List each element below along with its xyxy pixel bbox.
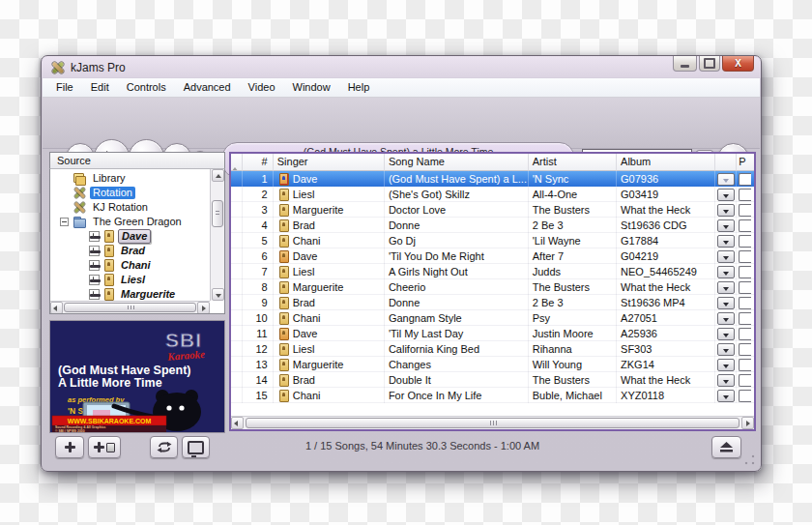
table-horizontal-scrollbar[interactable] (231, 416, 754, 429)
table-row[interactable]: 10ChaniGangnam StylePsyA27051 (231, 310, 754, 326)
column-header-actions[interactable] (715, 154, 737, 171)
title-bar[interactable]: kJams Pro X (42, 56, 761, 78)
row-dropdown-button[interactable] (717, 219, 735, 232)
row-dropdown-button[interactable] (717, 189, 735, 201)
row-dropdown-button[interactable] (717, 250, 735, 263)
row-dropdown-button[interactable] (717, 266, 735, 278)
table-row[interactable]: 15ChaniFor Once In My LifeBuble, Michael… (231, 388, 754, 403)
sidebar-item-liesl[interactable]: Liesl (50, 273, 210, 287)
sidebar-item-brad[interactable]: Brad (50, 244, 210, 258)
table-row[interactable]: 2Liesl(She's Got) SkillzAll-4-OneG03419 (231, 187, 754, 202)
sidebar-item-library[interactable]: Library (50, 171, 210, 186)
table-row[interactable]: 7LieslA Girls Night OutJuddsNEO_54465249 (231, 264, 754, 279)
expand-icon[interactable] (89, 246, 100, 256)
row-dropdown-button[interactable] (717, 312, 735, 325)
singer-card-icon (278, 359, 289, 370)
row-dropdown-button[interactable] (717, 204, 735, 217)
row-dropdown-button[interactable] (717, 297, 735, 309)
header-gutter[interactable] (231, 154, 243, 171)
sidebar-item-marguerite[interactable]: Marguerite (50, 287, 210, 301)
menu-edit[interactable]: Edit (82, 78, 118, 97)
table-row[interactable]: 5ChaniGo Dj'Lil WayneG17884 (231, 233, 754, 248)
expand-icon[interactable] (89, 260, 100, 271)
expand-icon[interactable] (89, 289, 100, 300)
row-p-button[interactable] (739, 343, 751, 356)
menu-help[interactable]: Help (339, 78, 379, 97)
tree-vertical-scrollbar[interactable] (210, 169, 224, 301)
menu-video[interactable]: Video (240, 78, 284, 97)
tree-vscroll-thumb[interactable] (212, 200, 223, 227)
column-header-artist[interactable]: Artist (529, 154, 617, 171)
scroll-left-icon[interactable] (231, 417, 244, 429)
table-row[interactable]: 9BradDonne2 Be 3St19636 MP4 (231, 295, 754, 310)
column-header-singer[interactable]: Singer (274, 154, 385, 171)
table-row[interactable]: 1Dave(God Must Have Spent) a L...'N Sync… (231, 171, 754, 187)
row-gutter (231, 218, 243, 233)
scroll-down-icon[interactable] (212, 288, 224, 301)
row-p-button[interactable] (739, 297, 751, 309)
scroll-up-icon[interactable] (212, 169, 224, 182)
row-dropdown-button[interactable] (717, 390, 735, 402)
row-dropdown-button[interactable] (717, 173, 735, 186)
table-row[interactable]: 4BradDonne2 Be 3St19636 CDG (231, 218, 754, 233)
sidebar-item-dave[interactable]: Dave (50, 229, 210, 244)
row-p-button[interactable] (739, 219, 751, 232)
row-p-button[interactable] (739, 235, 751, 248)
table-row[interactable]: 3MargueriteDoctor LoveThe BustersWhat th… (231, 202, 754, 218)
maximize-button[interactable] (699, 56, 720, 72)
menu-controls[interactable]: Controls (118, 78, 175, 97)
row-p-button[interactable] (739, 328, 751, 340)
menu-advanced[interactable]: Advanced (175, 78, 240, 97)
row-p-button[interactable] (739, 359, 751, 371)
column-header-song-name[interactable]: Song Name (385, 154, 529, 171)
row-p-button[interactable] (739, 266, 751, 278)
sidebar-item-chani[interactable]: Chani (50, 258, 210, 273)
menu-window[interactable]: Window (284, 78, 339, 97)
row-p-button[interactable] (739, 204, 751, 217)
tree-horizontal-scrollbar[interactable] (50, 301, 210, 313)
column-header-album[interactable]: Album (617, 154, 715, 171)
column-header-number[interactable]: # (243, 154, 274, 171)
collapse-icon[interactable] (60, 218, 69, 226)
row-p-button[interactable] (739, 189, 751, 201)
row-p-button[interactable] (739, 390, 751, 402)
sidebar-item-the-green-dragon[interactable]: The Green Dragon (50, 215, 210, 229)
table-row[interactable]: 6Dave'Til You Do Me RightAfter 7G04219 (231, 248, 754, 264)
close-button[interactable]: X (722, 56, 754, 72)
column-header-p[interactable]: P (737, 154, 754, 171)
row-dropdown-button[interactable] (717, 281, 735, 294)
scroll-right-icon[interactable] (197, 302, 210, 314)
row-dropdown-button[interactable] (717, 359, 735, 371)
table-row[interactable]: 14BradDouble ItThe BustersWhat the Heck (231, 372, 754, 388)
sidebar-item-kj-rotation[interactable]: KJ Rotation (50, 200, 210, 215)
add-singer-button[interactable] (88, 436, 121, 458)
row-p-button[interactable] (739, 281, 751, 294)
row-p-button[interactable] (739, 173, 751, 186)
sidebar-item-rotation[interactable]: Rotation (50, 186, 210, 200)
row-dropdown-button[interactable] (717, 343, 735, 356)
table-row[interactable]: 8MargueriteCheerioThe BustersWhat the He… (231, 279, 754, 295)
minimize-button[interactable] (673, 56, 697, 72)
row-p-button[interactable] (739, 374, 751, 387)
scroll-left-icon[interactable] (50, 302, 63, 314)
row-dropdown-button[interactable] (717, 374, 735, 387)
row-dropdown-button[interactable] (717, 328, 735, 340)
video-window-button[interactable] (182, 436, 210, 458)
expand-icon[interactable] (89, 231, 100, 242)
tree-hscroll-thumb[interactable] (64, 303, 196, 312)
singer-card-icon (278, 235, 289, 247)
row-p-button[interactable] (739, 312, 751, 325)
expand-icon[interactable] (89, 275, 100, 285)
add-song-button[interactable] (55, 436, 84, 458)
row-dropdown-button[interactable] (717, 235, 735, 248)
resize-grip[interactable] (743, 453, 756, 466)
scroll-right-icon[interactable] (741, 417, 754, 429)
menu-file[interactable]: File (47, 78, 82, 97)
eject-button[interactable] (711, 436, 741, 458)
table-row[interactable]: 12LieslCalifornia King BedRihannaSF303 (231, 341, 754, 357)
table-row[interactable]: 13MargueriteChangesWill YoungZKG14 (231, 357, 754, 372)
repeat-button[interactable] (150, 436, 178, 458)
table-hscroll-thumb[interactable] (246, 418, 740, 428)
table-row[interactable]: 11Dave'Til My Last DayJustin MooreA25936 (231, 326, 754, 341)
row-p-button[interactable] (739, 250, 751, 263)
